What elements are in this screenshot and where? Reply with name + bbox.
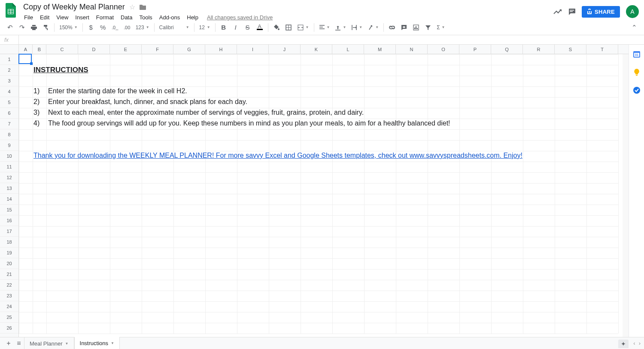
increase-decimal-button[interactable]: .00 [122, 22, 133, 33]
row-header-9[interactable]: 9 [0, 140, 18, 151]
tab-menu-caret[interactable]: ▼ [65, 342, 69, 346]
column-header-O[interactable]: O [428, 45, 459, 54]
row-header-26[interactable]: 26 [0, 323, 18, 334]
menu-insert[interactable]: Insert [72, 13, 93, 21]
more-formats-select[interactable]: 123▼ [134, 22, 152, 33]
row-header-16[interactable]: 16 [0, 215, 18, 226]
menu-data[interactable]: Data [117, 13, 136, 21]
column-header-Q[interactable]: Q [491, 45, 523, 54]
row-header-18[interactable]: 18 [0, 237, 18, 248]
bold-button[interactable]: B [218, 22, 229, 33]
menu-help[interactable]: Help [183, 13, 202, 21]
insert-link-button[interactable] [386, 22, 398, 33]
column-header-D[interactable]: D [78, 45, 110, 54]
row-header-20[interactable]: 20 [0, 258, 18, 269]
menu-file[interactable]: File [21, 13, 36, 21]
row-header-22[interactable]: 22 [0, 280, 18, 291]
row-header-3[interactable]: 3 [0, 76, 18, 86]
star-icon[interactable]: ☆ [129, 3, 135, 11]
column-header-A[interactable]: A [19, 45, 33, 54]
column-header-C[interactable]: C [46, 45, 78, 54]
column-header-T[interactable]: T [586, 45, 618, 54]
menu-format[interactable]: Format [93, 13, 117, 21]
column-header-G[interactable]: G [173, 45, 205, 54]
tab-menu-caret[interactable]: ▼ [111, 341, 114, 345]
menu-view[interactable]: View [53, 13, 72, 21]
row-header-24[interactable]: 24 [0, 301, 18, 312]
column-header-P[interactable]: P [459, 45, 491, 54]
insert-chart-button[interactable] [410, 22, 422, 33]
column-header-L[interactable]: L [332, 45, 364, 54]
strikethrough-button[interactable]: S [242, 22, 253, 33]
format-currency-button[interactable]: $ [85, 22, 97, 33]
decrease-decimal-button[interactable]: .0_ [109, 22, 121, 33]
fill-color-button[interactable] [271, 22, 282, 33]
font-select[interactable]: Calibri▼ [157, 22, 191, 33]
all-sheets-button[interactable]: ≡ [14, 338, 24, 349]
column-header-M[interactable]: M [364, 45, 396, 54]
filter-button[interactable] [422, 22, 434, 33]
fill-handle[interactable] [30, 62, 33, 65]
scroll-tabs-right[interactable]: › [639, 340, 641, 346]
row-header-2[interactable]: 2 [0, 65, 18, 76]
account-avatar[interactable]: A [626, 5, 639, 18]
collapse-toolbar-button[interactable]: ⌃ [629, 22, 640, 33]
row-header-1[interactable]: 1 [0, 54, 18, 65]
horizontal-align-button[interactable]: ▼ [317, 22, 332, 33]
font-size-select[interactable]: 12▼ [197, 22, 213, 33]
column-header-E[interactable]: E [110, 45, 142, 54]
vertical-scrollbar[interactable] [623, 54, 629, 337]
thank-you-link[interactable]: Thank you for downloading the WEEKLY MEA… [33, 152, 522, 159]
add-sheet-button[interactable]: + [3, 338, 14, 349]
row-header-4[interactable]: 4 [0, 86, 18, 97]
redo-button[interactable]: ↷ [16, 22, 27, 33]
scroll-tabs-left[interactable]: ‹ [633, 340, 635, 346]
activity-icon[interactable] [553, 9, 562, 15]
row-header-19[interactable]: 19 [0, 248, 18, 258]
calendar-addon-icon[interactable]: 31 [632, 50, 641, 58]
menu-addons[interactable]: Add-ons [156, 13, 183, 21]
row-header-8[interactable]: 8 [0, 129, 18, 140]
vertical-align-button[interactable]: ▼ [333, 22, 348, 33]
comments-icon[interactable] [568, 8, 576, 15]
text-color-button[interactable]: A [254, 22, 265, 33]
spreadsheet-grid[interactable]: ABCDEFGHIJKLMNOPQRST 1234567891011121314… [0, 45, 629, 337]
row-header-7[interactable]: 7 [0, 119, 18, 129]
explore-button[interactable]: ✦ [618, 340, 629, 348]
row-header-5[interactable]: 5 [0, 97, 18, 108]
insert-comment-button[interactable] [398, 22, 410, 33]
row-header-12[interactable]: 12 [0, 172, 18, 183]
tasks-addon-icon[interactable] [632, 86, 641, 95]
text-rotation-button[interactable]: ▼ [365, 22, 381, 33]
functions-button[interactable]: Σ▼ [434, 22, 447, 33]
row-header-6[interactable]: 6 [0, 108, 18, 119]
save-status[interactable]: All changes saved in Drive [207, 14, 273, 21]
row-header-25[interactable]: 25 [0, 312, 18, 323]
select-all-corner[interactable] [0, 45, 19, 54]
row-header-13[interactable]: 13 [0, 183, 18, 194]
selected-cell[interactable] [18, 54, 32, 64]
column-header-R[interactable]: R [523, 45, 555, 54]
folder-icon[interactable] [140, 4, 146, 10]
sheet-tab-meal-planner[interactable]: Meal Planner▼ [24, 337, 74, 349]
print-button[interactable] [28, 22, 39, 33]
row-header-10[interactable]: 10 [0, 151, 18, 162]
sheets-logo[interactable] [3, 3, 19, 18]
keep-addon-icon[interactable] [632, 68, 641, 77]
column-header-N[interactable]: N [396, 45, 428, 54]
column-header-B[interactable]: B [33, 45, 46, 54]
row-header-17[interactable]: 17 [0, 226, 18, 237]
column-header-S[interactable]: S [555, 45, 586, 54]
column-header-I[interactable]: I [237, 45, 269, 54]
undo-button[interactable]: ↶ [4, 22, 15, 33]
column-header-K[interactable]: K [301, 45, 332, 54]
text-wrap-button[interactable]: ▼ [349, 22, 365, 33]
row-header-23[interactable]: 23 [0, 291, 18, 301]
merge-cells-button[interactable]: ▼ [295, 22, 311, 33]
column-header-J[interactable]: J [269, 45, 301, 54]
formula-input[interactable] [19, 35, 644, 44]
row-header-21[interactable]: 21 [0, 269, 18, 280]
share-button[interactable]: SHARE [582, 6, 620, 18]
italic-button[interactable]: I [230, 22, 241, 33]
sheet-tab-instructions[interactable]: Instructions▼ [74, 337, 120, 349]
